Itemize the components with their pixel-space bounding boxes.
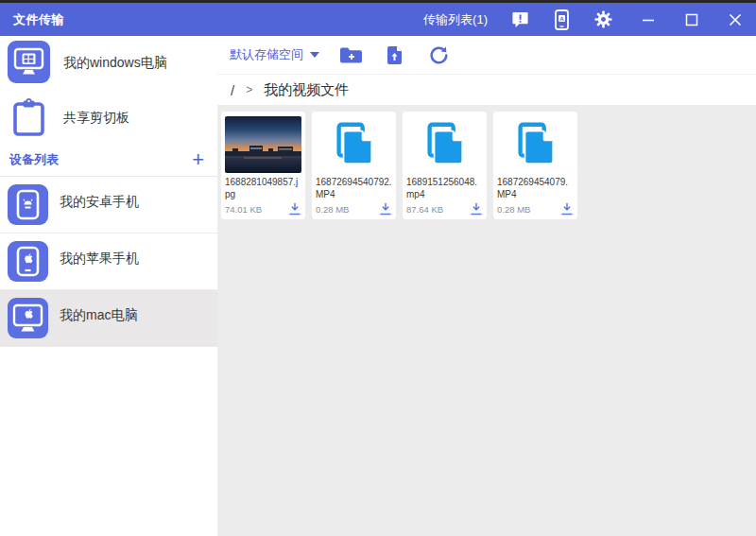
- photo-thumbnail: [225, 116, 301, 173]
- add-device-button[interactable]: +: [192, 151, 204, 168]
- file-meta: 87.64 KB: [406, 202, 483, 216]
- file-size: 74.01 KB: [225, 204, 262, 215]
- toolbar: 默认存储空间: [217, 36, 756, 74]
- apple-phone-icon: [8, 241, 48, 285]
- phone-mirror-icon[interactable]: A: [552, 10, 571, 29]
- device-list-title: 设备列表: [9, 151, 59, 168]
- file-name: 1687269454079.MP4: [497, 176, 574, 201]
- video-file-icon: [497, 116, 574, 173]
- breadcrumb-root[interactable]: /: [231, 82, 234, 98]
- file-size: 0.28 MB: [316, 204, 349, 215]
- device-item-android-phone[interactable]: 我的安卓手机: [0, 177, 217, 233]
- file-grid: 1688281049857.jpg 74.01 KB: [221, 112, 752, 219]
- file-size: 87.64 KB: [406, 204, 443, 215]
- file-meta: 0.28 MB: [497, 202, 574, 216]
- device-list-header: 设备列表 +: [0, 146, 217, 177]
- minimize-button[interactable]: [641, 12, 656, 27]
- file-card[interactable]: 1689151256048.mp4 87.64 KB: [403, 112, 487, 219]
- main-panel: 默认存储空间: [217, 36, 756, 536]
- refresh-icon[interactable]: [425, 43, 450, 66]
- file-browser-content: 1688281049857.jpg 74.01 KB: [217, 105, 756, 536]
- file-name: 1688281049857.jpg: [225, 176, 301, 201]
- video-file-icon: [406, 116, 483, 173]
- sidebar-item-shared-clipboard[interactable]: 共享剪切板: [0, 91, 217, 146]
- download-icon[interactable]: [560, 202, 574, 216]
- breadcrumb-current-folder: 我的视频文件: [264, 81, 349, 99]
- titlebar: 文件传输 传输列表(1) A: [0, 3, 756, 36]
- clipboard-icon: [8, 95, 50, 142]
- breadcrumb: / > 我的视频文件: [217, 74, 756, 105]
- app-window: 文件传输 传输列表(1) A: [0, 0, 756, 536]
- sidebar: 我的windows电脑 共享剪切板 设备列表 +: [0, 36, 217, 536]
- device-item-apple-phone[interactable]: 我的苹果手机: [0, 233, 217, 290]
- download-icon[interactable]: [470, 202, 483, 216]
- settings-gear-icon[interactable]: [593, 10, 612, 29]
- upload-file-button[interactable]: [382, 43, 406, 66]
- sidebar-item-label: 我的windows电脑: [63, 55, 167, 72]
- transfer-list-button[interactable]: 传输列表(1): [423, 11, 488, 28]
- device-item-mac-computer[interactable]: 我的mac电脑: [0, 290, 217, 347]
- device-item-label: 我的苹果手机: [60, 251, 139, 268]
- feedback-icon[interactable]: [510, 10, 529, 29]
- download-icon[interactable]: [288, 202, 301, 216]
- file-card[interactable]: 16872694540792.MP4 0.28 MB: [312, 112, 396, 219]
- file-meta: 0.28 MB: [316, 202, 392, 216]
- video-file-icon: [316, 116, 392, 173]
- android-phone-icon: [8, 184, 48, 229]
- app-title: 文件传输: [13, 11, 64, 28]
- storage-space-selector[interactable]: 默认存储空间: [230, 46, 319, 63]
- file-meta: 74.01 KB: [225, 202, 301, 216]
- file-name: 16872694540792.MP4: [316, 176, 392, 201]
- app-body: 我的windows电脑 共享剪切板 设备列表 +: [0, 36, 756, 536]
- windows-pc-icon: [8, 41, 50, 87]
- close-button[interactable]: [728, 12, 743, 27]
- file-size: 0.28 MB: [497, 204, 530, 215]
- sidebar-item-label: 共享剪切板: [63, 110, 129, 127]
- file-card[interactable]: 1688281049857.jpg 74.01 KB: [221, 112, 305, 219]
- chevron-down-icon: [310, 52, 319, 58]
- new-folder-button[interactable]: [338, 43, 363, 66]
- device-item-label: 我的安卓手机: [60, 194, 139, 211]
- phone-icon-letter: A: [559, 14, 564, 21]
- mac-computer-icon: [8, 298, 48, 342]
- sidebar-item-my-windows-pc[interactable]: 我的windows电脑: [0, 36, 217, 91]
- device-item-label: 我的mac电脑: [60, 307, 137, 324]
- file-card[interactable]: 1687269454079.MP4 0.28 MB: [493, 112, 577, 219]
- file-name: 1689151256048.mp4: [406, 176, 483, 201]
- storage-space-label: 默认存储空间: [230, 46, 303, 63]
- breadcrumb-separator: >: [246, 83, 252, 96]
- maximize-button[interactable]: [684, 12, 699, 27]
- download-icon[interactable]: [379, 202, 392, 216]
